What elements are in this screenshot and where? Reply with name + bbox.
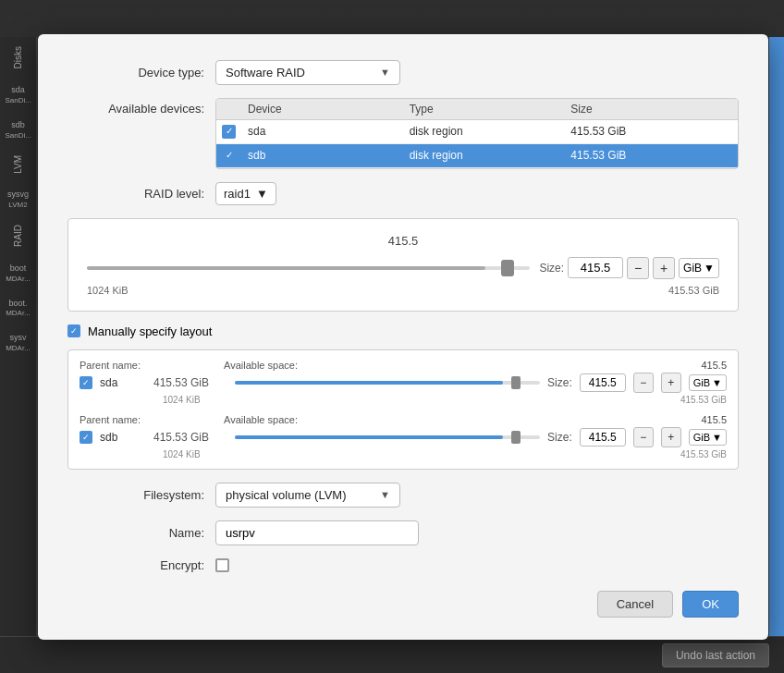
ml-sdb-unit-select[interactable]: GiB ▼ [689,429,727,446]
device-type-select[interactable]: Software RAID ▼ [215,60,400,85]
ml-avail-label-sdb: Available space: [224,414,298,425]
ml-sda-checkbox[interactable] [80,376,92,389]
ml-sda-slider-wrap[interactable] [235,381,540,385]
manual-layout-checkbox[interactable] [67,324,80,337]
slider-thumb[interactable] [501,260,514,276]
slider-row: Size: − + GiB ▼ [87,257,719,279]
sda-size: 415.53 GiB [570,125,732,138]
table-row[interactable]: sdb disk region 415.53 GiB [216,144,738,168]
sidebar-item-sda[interactable]: sdaSanDi... [2,80,35,111]
raid-level-select[interactable]: raid1 ▼ [215,182,276,205]
ml-sdb-minmax: 1024 KiB 415.53 GiB [80,449,727,459]
filesystem-arrow-icon: ▼ [380,489,390,500]
ml-parent-label-sdb: Parent name: [80,414,141,425]
device-type-row: Device type: Software RAID ▼ [67,60,739,85]
ml-sdb-slider-thumb[interactable] [511,431,521,444]
sidebar-item-boot[interactable]: bootMDAr... [2,258,35,289]
ml-sda-slider-fill [235,381,503,385]
ml-sdb-slider-fill [235,435,503,439]
ml-sda-slider-thumb[interactable] [511,376,521,389]
dialog-buttons: Cancel OK [67,591,739,618]
encrypt-checkbox[interactable] [215,558,229,572]
available-devices-row: Available devices: Device Type Size sda … [67,98,739,169]
slider-max: 415.53 GiB [668,285,719,296]
sidebar-item-sysv[interactable]: sysvMDAr... [2,327,35,359]
ml-sdb-max: 415.53 GiB [680,449,727,459]
ml-sdb-decrement-button[interactable]: − [633,427,654,447]
ml-sdb-size-input[interactable] [580,428,626,447]
name-label: Name: [67,526,215,540]
dialog-overlay: Device type: Software RAID ▼ Available d… [35,37,771,636]
right-accent-bar [769,37,784,636]
slider-minmax: 1024 KiB 415.53 GiB [87,285,719,296]
unit-select[interactable]: GiB ▼ [679,258,719,278]
slider-min: 1024 KiB [87,285,129,296]
ml-sdb-device: sdb [100,431,146,444]
table-row[interactable]: sda disk region 415.53 GiB [216,120,738,144]
bottom-bar: Undo last action [0,636,784,673]
filesystem-select[interactable]: physical volume (LVM) ▼ [215,483,400,508]
ml-sda-min: 1024 KiB [163,395,201,405]
devices-table: Device Type Size sda disk region 415.53 … [215,98,739,169]
add-partition-dialog: Device type: Software RAID ▼ Available d… [38,34,768,640]
ml-sda-device: sda [100,376,146,389]
unit-value: GiB [683,262,702,275]
col-device: Device [248,103,410,116]
sidebar-item-sysvg[interactable]: sysvgLVM2 [2,184,35,215]
ml-sdb-slider-wrap[interactable] [235,435,540,439]
sda-type: disk region [410,125,571,138]
ok-button[interactable]: OK [682,591,739,618]
encrypt-row: Encrypt: [67,558,739,572]
sidebar-item-boot2[interactable]: boot.MDAr... [2,293,35,324]
device-type-value: Software RAID [226,66,305,80]
size-label: Size: [539,262,564,275]
ml-sda-size-input[interactable] [580,373,626,392]
ml-entry-sda: Parent name: Available space: 415.5 sda … [80,360,727,405]
ml-sdb-unit-value: GiB [693,432,710,443]
sdb-checkbox[interactable] [222,149,236,163]
col-size: Size [570,103,732,116]
ml-sda-max: 415.53 GiB [680,395,727,405]
ml-sda-available: 415.53 GiB [153,376,227,389]
available-devices-label: Available devices: [67,102,215,116]
name-input[interactable] [215,520,419,545]
ml-sdb-checkbox[interactable] [80,431,92,444]
filesystem-label: Filesystem: [67,488,215,502]
size-control: Size: − + GiB ▼ [539,257,719,279]
filesystem-row: Filesystem: physical volume (LVM) ▼ [67,483,739,508]
manual-layout-area: Parent name: Available space: 415.5 sda … [67,349,739,470]
ml-sda-minmax: 1024 KiB 415.53 GiB [80,395,727,405]
sidebar-disks-label: Disks [13,46,23,68]
ml-sda-increment-button[interactable]: + [661,373,681,393]
sda-device: sda [248,125,410,138]
raid-level-row: RAID level: raid1 ▼ [67,182,739,205]
ml-sda-unit-select[interactable]: GiB ▼ [689,374,727,391]
slider-top-value: 415.5 [87,234,719,248]
size-input[interactable] [568,257,623,278]
name-row: Name: [67,520,739,545]
filesystem-value: physical volume (LVM) [226,488,347,502]
sdb-device: sdb [248,149,410,162]
manual-layout-label: Manually specify layout [88,324,212,338]
sidebar-lvm-label: LVM [13,155,23,174]
ml-sda-slider-track[interactable] [235,381,540,385]
ml-sda-size-label: Size: [547,376,572,389]
device-type-arrow-icon: ▼ [380,67,390,78]
undo-button[interactable]: Undo last action [662,643,769,667]
slider-fill [87,266,485,270]
sda-checkbox[interactable] [222,125,236,139]
sdb-size: 415.53 GiB [570,149,732,162]
col-check [222,103,248,116]
manual-layout-row: Manually specify layout [67,324,739,338]
ml-sdb-available: 415.53 GiB [153,431,227,444]
cancel-button[interactable]: Cancel [597,591,673,618]
size-increment-button[interactable]: + [653,257,675,279]
slider-track[interactable] [87,266,530,270]
ml-sdb-increment-button[interactable]: + [661,427,681,447]
size-decrement-button[interactable]: − [627,257,649,279]
ml-sdb-slider-track[interactable] [235,435,540,439]
col-type: Type [410,103,571,116]
ml-sda-decrement-button[interactable]: − [633,373,654,393]
sidebar-item-sdb[interactable]: sdbSanDi... [2,115,35,146]
sidebar-raid-label: RAID [13,225,23,247]
